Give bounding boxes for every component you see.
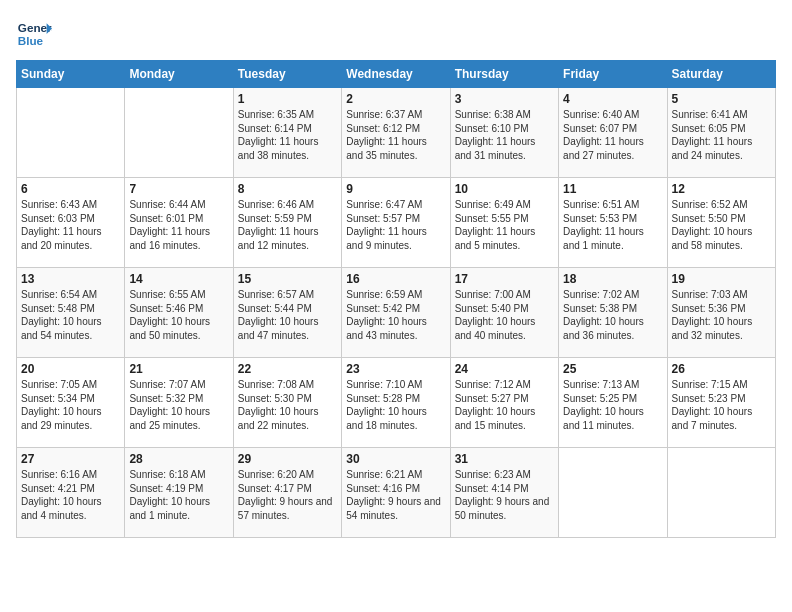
calendar-cell: 23Sunrise: 7:10 AM Sunset: 5:28 PM Dayli…: [342, 358, 450, 448]
day-number: 9: [346, 182, 445, 196]
day-info: Sunrise: 7:10 AM Sunset: 5:28 PM Dayligh…: [346, 378, 445, 432]
day-number: 23: [346, 362, 445, 376]
day-info: Sunrise: 6:49 AM Sunset: 5:55 PM Dayligh…: [455, 198, 554, 252]
calendar-cell: 27Sunrise: 6:16 AM Sunset: 4:21 PM Dayli…: [17, 448, 125, 538]
svg-text:Blue: Blue: [18, 34, 44, 47]
week-row-1: 1Sunrise: 6:35 AM Sunset: 6:14 PM Daylig…: [17, 88, 776, 178]
calendar-cell: 17Sunrise: 7:00 AM Sunset: 5:40 PM Dayli…: [450, 268, 558, 358]
day-info: Sunrise: 6:23 AM Sunset: 4:14 PM Dayligh…: [455, 468, 554, 522]
calendar-cell: 26Sunrise: 7:15 AM Sunset: 5:23 PM Dayli…: [667, 358, 775, 448]
day-info: Sunrise: 6:20 AM Sunset: 4:17 PM Dayligh…: [238, 468, 337, 522]
day-info: Sunrise: 7:15 AM Sunset: 5:23 PM Dayligh…: [672, 378, 771, 432]
day-info: Sunrise: 6:35 AM Sunset: 6:14 PM Dayligh…: [238, 108, 337, 162]
calendar-cell: 13Sunrise: 6:54 AM Sunset: 5:48 PM Dayli…: [17, 268, 125, 358]
day-info: Sunrise: 7:08 AM Sunset: 5:30 PM Dayligh…: [238, 378, 337, 432]
day-number: 12: [672, 182, 771, 196]
calendar-cell: 20Sunrise: 7:05 AM Sunset: 5:34 PM Dayli…: [17, 358, 125, 448]
day-info: Sunrise: 6:47 AM Sunset: 5:57 PM Dayligh…: [346, 198, 445, 252]
calendar-cell: 28Sunrise: 6:18 AM Sunset: 4:19 PM Dayli…: [125, 448, 233, 538]
day-info: Sunrise: 6:40 AM Sunset: 6:07 PM Dayligh…: [563, 108, 662, 162]
day-number: 3: [455, 92, 554, 106]
calendar-cell: 30Sunrise: 6:21 AM Sunset: 4:16 PM Dayli…: [342, 448, 450, 538]
calendar-cell: 5Sunrise: 6:41 AM Sunset: 6:05 PM Daylig…: [667, 88, 775, 178]
day-number: 11: [563, 182, 662, 196]
calendar-cell: 2Sunrise: 6:37 AM Sunset: 6:12 PM Daylig…: [342, 88, 450, 178]
calendar-cell: 1Sunrise: 6:35 AM Sunset: 6:14 PM Daylig…: [233, 88, 341, 178]
day-info: Sunrise: 7:05 AM Sunset: 5:34 PM Dayligh…: [21, 378, 120, 432]
page-header: General Blue: [16, 16, 776, 52]
calendar-cell: [667, 448, 775, 538]
day-number: 25: [563, 362, 662, 376]
calendar-cell: 25Sunrise: 7:13 AM Sunset: 5:25 PM Dayli…: [559, 358, 667, 448]
day-number: 24: [455, 362, 554, 376]
day-info: Sunrise: 6:38 AM Sunset: 6:10 PM Dayligh…: [455, 108, 554, 162]
day-number: 19: [672, 272, 771, 286]
calendar-cell: 4Sunrise: 6:40 AM Sunset: 6:07 PM Daylig…: [559, 88, 667, 178]
day-number: 7: [129, 182, 228, 196]
day-number: 10: [455, 182, 554, 196]
day-number: 18: [563, 272, 662, 286]
day-header-thursday: Thursday: [450, 61, 558, 88]
day-number: 27: [21, 452, 120, 466]
day-number: 2: [346, 92, 445, 106]
calendar-cell: 19Sunrise: 7:03 AM Sunset: 5:36 PM Dayli…: [667, 268, 775, 358]
day-number: 17: [455, 272, 554, 286]
day-header-monday: Monday: [125, 61, 233, 88]
day-number: 6: [21, 182, 120, 196]
day-number: 4: [563, 92, 662, 106]
day-number: 14: [129, 272, 228, 286]
calendar-cell: [559, 448, 667, 538]
day-info: Sunrise: 6:55 AM Sunset: 5:46 PM Dayligh…: [129, 288, 228, 342]
day-number: 13: [21, 272, 120, 286]
calendar-cell: 22Sunrise: 7:08 AM Sunset: 5:30 PM Dayli…: [233, 358, 341, 448]
day-number: 20: [21, 362, 120, 376]
day-info: Sunrise: 6:41 AM Sunset: 6:05 PM Dayligh…: [672, 108, 771, 162]
day-number: 22: [238, 362, 337, 376]
logo-icon: General Blue: [16, 16, 52, 52]
day-number: 21: [129, 362, 228, 376]
day-number: 15: [238, 272, 337, 286]
calendar-header-row: SundayMondayTuesdayWednesdayThursdayFrid…: [17, 61, 776, 88]
week-row-3: 13Sunrise: 6:54 AM Sunset: 5:48 PM Dayli…: [17, 268, 776, 358]
day-info: Sunrise: 7:00 AM Sunset: 5:40 PM Dayligh…: [455, 288, 554, 342]
day-number: 5: [672, 92, 771, 106]
day-number: 1: [238, 92, 337, 106]
day-info: Sunrise: 6:18 AM Sunset: 4:19 PM Dayligh…: [129, 468, 228, 522]
day-header-saturday: Saturday: [667, 61, 775, 88]
day-info: Sunrise: 7:02 AM Sunset: 5:38 PM Dayligh…: [563, 288, 662, 342]
calendar-cell: 18Sunrise: 7:02 AM Sunset: 5:38 PM Dayli…: [559, 268, 667, 358]
calendar-cell: 14Sunrise: 6:55 AM Sunset: 5:46 PM Dayli…: [125, 268, 233, 358]
day-header-friday: Friday: [559, 61, 667, 88]
calendar-cell: 7Sunrise: 6:44 AM Sunset: 6:01 PM Daylig…: [125, 178, 233, 268]
calendar-table: SundayMondayTuesdayWednesdayThursdayFrid…: [16, 60, 776, 538]
calendar-cell: [125, 88, 233, 178]
day-info: Sunrise: 6:52 AM Sunset: 5:50 PM Dayligh…: [672, 198, 771, 252]
calendar-cell: 8Sunrise: 6:46 AM Sunset: 5:59 PM Daylig…: [233, 178, 341, 268]
calendar-cell: 15Sunrise: 6:57 AM Sunset: 5:44 PM Dayli…: [233, 268, 341, 358]
day-info: Sunrise: 6:44 AM Sunset: 6:01 PM Dayligh…: [129, 198, 228, 252]
day-info: Sunrise: 7:12 AM Sunset: 5:27 PM Dayligh…: [455, 378, 554, 432]
day-header-sunday: Sunday: [17, 61, 125, 88]
day-number: 28: [129, 452, 228, 466]
day-number: 26: [672, 362, 771, 376]
calendar-cell: [17, 88, 125, 178]
day-info: Sunrise: 6:54 AM Sunset: 5:48 PM Dayligh…: [21, 288, 120, 342]
day-number: 31: [455, 452, 554, 466]
calendar-cell: 10Sunrise: 6:49 AM Sunset: 5:55 PM Dayli…: [450, 178, 558, 268]
week-row-2: 6Sunrise: 6:43 AM Sunset: 6:03 PM Daylig…: [17, 178, 776, 268]
calendar-cell: 16Sunrise: 6:59 AM Sunset: 5:42 PM Dayli…: [342, 268, 450, 358]
calendar-cell: 24Sunrise: 7:12 AM Sunset: 5:27 PM Dayli…: [450, 358, 558, 448]
day-info: Sunrise: 6:46 AM Sunset: 5:59 PM Dayligh…: [238, 198, 337, 252]
calendar-cell: 6Sunrise: 6:43 AM Sunset: 6:03 PM Daylig…: [17, 178, 125, 268]
calendar-cell: 3Sunrise: 6:38 AM Sunset: 6:10 PM Daylig…: [450, 88, 558, 178]
calendar-cell: 9Sunrise: 6:47 AM Sunset: 5:57 PM Daylig…: [342, 178, 450, 268]
calendar-cell: 29Sunrise: 6:20 AM Sunset: 4:17 PM Dayli…: [233, 448, 341, 538]
calendar-cell: 12Sunrise: 6:52 AM Sunset: 5:50 PM Dayli…: [667, 178, 775, 268]
calendar-cell: 21Sunrise: 7:07 AM Sunset: 5:32 PM Dayli…: [125, 358, 233, 448]
day-number: 8: [238, 182, 337, 196]
week-row-4: 20Sunrise: 7:05 AM Sunset: 5:34 PM Dayli…: [17, 358, 776, 448]
day-info: Sunrise: 7:03 AM Sunset: 5:36 PM Dayligh…: [672, 288, 771, 342]
calendar-cell: 11Sunrise: 6:51 AM Sunset: 5:53 PM Dayli…: [559, 178, 667, 268]
day-info: Sunrise: 6:43 AM Sunset: 6:03 PM Dayligh…: [21, 198, 120, 252]
day-info: Sunrise: 7:07 AM Sunset: 5:32 PM Dayligh…: [129, 378, 228, 432]
